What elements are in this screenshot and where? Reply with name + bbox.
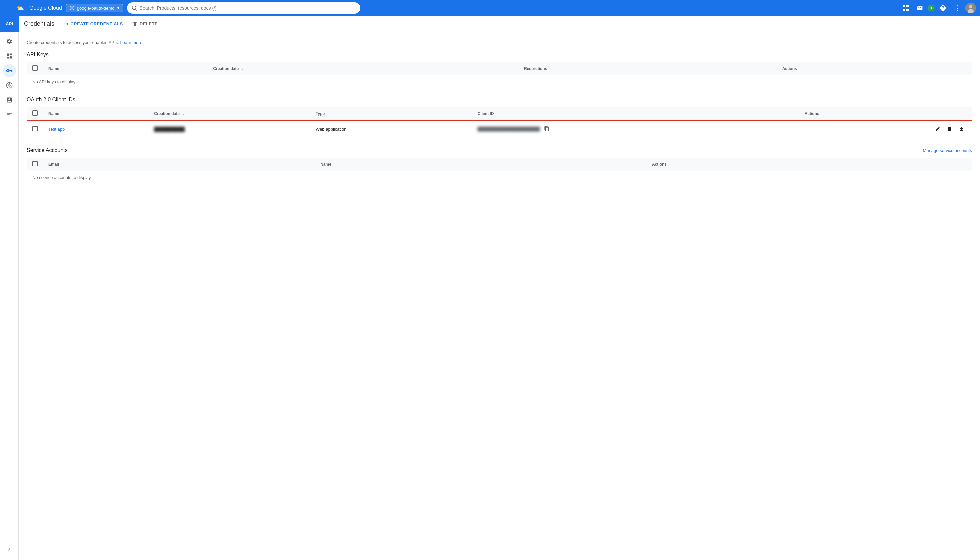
sidebar-item-domain[interactable] (3, 79, 16, 92)
service-accounts-header-row: Email Name ↑ Actions (27, 158, 972, 171)
search-icon (132, 5, 137, 11)
google-cloud-logo: ⛅ Google Cloud (17, 3, 62, 13)
api-keys-header-row: Name Creation date ↓ Restrictions Action… (27, 62, 972, 75)
logo-text: Google Cloud (29, 5, 62, 11)
nav-right-icons: 1 ⋮ (900, 2, 976, 14)
client-id-value: ██████████████████████ (478, 127, 540, 131)
main-content: Create credentials to access your enable… (19, 32, 980, 560)
oauth-select-all-checkbox[interactable] (32, 110, 38, 116)
oauth-select-all-header[interactable] (27, 107, 43, 120)
sidebar-item-settings[interactable] (3, 35, 16, 48)
help-icon-btn[interactable] (937, 2, 949, 14)
svg-rect-1 (5, 8, 11, 8)
api-badge: API (0, 16, 19, 32)
more-options-icon-btn[interactable]: ⋮ (951, 2, 963, 14)
oauth-header-row: Name Creation date ↓ Type Client ID Acti… (27, 107, 972, 120)
delete-row-button[interactable] (945, 124, 954, 134)
project-selector[interactable]: google-oauth-demo ▾ (66, 4, 123, 12)
sa-email-header: Email (43, 158, 315, 171)
project-name: google-oauth-demo (77, 6, 115, 11)
apps-icon-btn[interactable] (900, 2, 911, 14)
page-title: Credentials (24, 20, 54, 27)
sidebar-item-advanced[interactable] (3, 108, 16, 121)
create-credentials-button[interactable]: + CREATE CREDENTIALS (62, 19, 127, 29)
sa-select-all-header[interactable] (27, 158, 43, 171)
user-avatar[interactable] (965, 3, 976, 13)
header-actions: + CREATE CREDENTIALS DELETE (62, 19, 162, 29)
sidebar-item-credentials[interactable] (3, 64, 16, 77)
oauth-creation-date-header[interactable]: Creation date ↓ (149, 107, 310, 120)
svg-rect-11 (906, 9, 909, 11)
notifications-icon-btn[interactable] (914, 2, 925, 14)
svg-rect-0 (5, 6, 11, 6)
oauth-section-title: OAuth 2.0 Client IDs (27, 97, 972, 103)
oauth-type-header: Type (310, 107, 472, 120)
sidebar-item-usage[interactable] (3, 93, 16, 107)
api-keys-empty-row: No API keys to display (27, 75, 972, 89)
manage-service-accounts-link[interactable]: Manage service accounts (923, 148, 972, 153)
delete-button[interactable]: DELETE (128, 19, 162, 29)
sa-name-sort-icon: ↑ (334, 162, 336, 167)
oauth-creation-date-value: ██████████ (154, 127, 185, 132)
sa-name-header[interactable]: Name ↑ (315, 158, 647, 171)
top-navigation: ⛅ Google Cloud google-oauth-demo ▾ (0, 0, 980, 16)
sa-select-all-checkbox[interactable] (32, 161, 38, 166)
api-keys-select-all-checkbox[interactable] (32, 65, 38, 71)
download-button[interactable] (957, 124, 966, 134)
oauth-creation-date-sort-icon: ↓ (182, 111, 184, 116)
copy-client-id-button[interactable] (543, 125, 551, 133)
info-bar: Create credentials to access your enable… (27, 40, 972, 45)
svg-point-13 (969, 5, 972, 8)
oauth-row-actions (799, 120, 972, 138)
svg-rect-9 (906, 5, 909, 7)
service-accounts-empty-row: No service accounts to display (27, 171, 972, 184)
api-keys-actions-header: Actions (777, 62, 972, 75)
oauth-row-type: Web application (310, 120, 472, 138)
svg-rect-8 (903, 5, 905, 7)
menu-icon[interactable] (4, 3, 13, 13)
service-accounts-section-header: Service Accounts Manage service accounts (27, 147, 972, 153)
api-keys-table: Name Creation date ↓ Restrictions Action… (27, 62, 972, 89)
sa-actions-header: Actions (647, 158, 972, 171)
oauth-row-creation-date: ██████████ (149, 120, 310, 138)
project-dropdown-icon: ▾ (117, 6, 119, 10)
sidebar-item-dashboard[interactable] (3, 49, 16, 63)
secondary-header: API Credentials + CREATE CREDENTIALS DEL… (0, 16, 980, 32)
service-accounts-section-title: Service Accounts (27, 147, 68, 153)
svg-line-7 (135, 9, 137, 11)
test-app-link[interactable]: Test app (48, 127, 65, 132)
svg-text:⛅: ⛅ (17, 4, 24, 12)
oauth-row-name: Test app (43, 120, 149, 138)
search-bar[interactable] (127, 2, 360, 14)
oauth-table-row: Test app ██████████ Web application ████… (27, 120, 972, 138)
api-keys-creation-date-header[interactable]: Creation date ↓ (208, 62, 519, 75)
learn-more-link[interactable]: Learn more (120, 40, 142, 45)
oauth-row-client-id: ██████████████████████ (472, 120, 799, 138)
notification-badge[interactable]: 1 (928, 5, 935, 11)
api-keys-section-title: API Keys (27, 52, 972, 58)
oauth-table: Name Creation date ↓ Type Client ID Acti… (27, 107, 972, 138)
creation-date-sort-icon: ↓ (241, 66, 243, 71)
search-input[interactable] (140, 5, 356, 11)
svg-point-5 (71, 7, 73, 9)
svg-rect-2 (5, 10, 11, 10)
api-keys-restrictions-header: Restrictions (519, 62, 777, 75)
edit-button[interactable] (933, 124, 942, 134)
delete-icon (132, 21, 138, 27)
oauth-name-header: Name (43, 107, 149, 120)
oauth-actions-header: Actions (799, 107, 972, 120)
oauth-row-checkbox[interactable] (32, 126, 38, 131)
sidebar-expand-button[interactable] (3, 543, 16, 556)
svg-rect-10 (903, 9, 905, 11)
sidebar (0, 32, 19, 560)
api-keys-select-all-header[interactable] (27, 62, 43, 75)
oauth-row-checkbox-cell[interactable] (27, 120, 43, 138)
api-keys-name-header: Name (43, 62, 208, 75)
oauth-client-id-header: Client ID (472, 107, 799, 120)
service-accounts-table: Email Name ↑ Actions No service accounts… (27, 157, 972, 184)
